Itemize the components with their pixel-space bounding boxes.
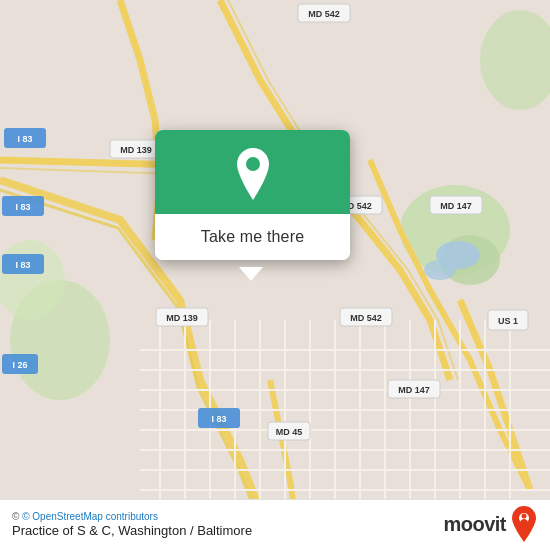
popup-header: [155, 130, 350, 214]
svg-text:MD 542: MD 542: [308, 9, 340, 19]
moovit-pin-icon: [510, 506, 538, 542]
map-svg: I 83 MD 139 MD 542 MD 542 I 83 MD 147 I …: [0, 0, 550, 550]
map-container: I 83 MD 139 MD 542 MD 542 I 83 MD 147 I …: [0, 0, 550, 550]
svg-text:MD 139: MD 139: [120, 145, 152, 155]
moovit-text: moovit: [443, 513, 506, 536]
osm-credit: © © OpenStreetMap contributors: [12, 511, 252, 522]
moovit-logo: moovit: [443, 506, 538, 542]
svg-text:MD 147: MD 147: [398, 385, 430, 395]
svg-text:I 83: I 83: [17, 134, 32, 144]
svg-text:I 83: I 83: [15, 202, 30, 212]
osm-copyright: ©: [12, 511, 22, 522]
svg-point-63: [522, 514, 527, 519]
svg-text:I 26: I 26: [12, 360, 27, 370]
location-pin-icon: [231, 148, 275, 200]
svg-text:MD 139: MD 139: [166, 313, 198, 323]
bottom-left: © © OpenStreetMap contributors Practice …: [12, 511, 252, 538]
osm-link[interactable]: © OpenStreetMap contributors: [22, 511, 158, 522]
svg-text:I 83: I 83: [211, 414, 226, 424]
svg-text:US 1: US 1: [498, 316, 518, 326]
svg-text:MD 147: MD 147: [440, 201, 472, 211]
svg-text:MD 45: MD 45: [276, 427, 303, 437]
svg-point-3: [424, 260, 456, 280]
popup-button-area[interactable]: Take me there: [155, 214, 350, 260]
popup-card: Take me there: [155, 130, 350, 260]
popup-arrow: [239, 267, 263, 281]
location-name: Practice of S & C, Washington / Baltimor…: [12, 523, 252, 538]
svg-text:MD 542: MD 542: [350, 313, 382, 323]
take-me-there-button[interactable]: Take me there: [193, 226, 312, 248]
svg-text:I 83: I 83: [15, 260, 30, 270]
svg-point-61: [246, 157, 260, 171]
bottom-bar: © © OpenStreetMap contributors Practice …: [0, 499, 550, 550]
svg-point-6: [480, 10, 550, 110]
